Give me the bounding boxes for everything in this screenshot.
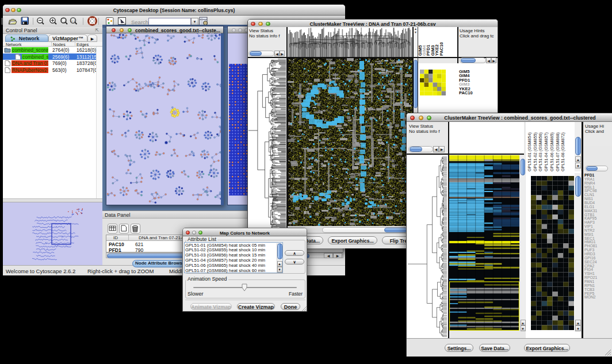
- svg-text:GPL51-07 (GSM868): GPL51-07 (GSM868): [555, 132, 560, 171]
- svg-text:GPL51-06 (GSM865): GPL51-06 (GSM865): [549, 132, 554, 171]
- svg-text:1:1: 1:1: [71, 19, 75, 22]
- svg-text:PAC10: PAC10: [439, 42, 444, 56]
- svg-text:GPL51-04 (GSM857): GPL51-04 (GSM857): [544, 132, 549, 171]
- svg-text:GPL51-03 (GSM856): GPL51-03 (GSM856): [538, 132, 543, 171]
- svg-text:GPL51-08 (GSM872): GPL51-08 (GSM872): [560, 132, 565, 171]
- svg-text:GPL51-02 (GSM855): GPL51-02 (GSM855): [533, 132, 538, 171]
- svg-text:GPL51-01 (GSM854): GPL51-01 (GSM854): [527, 132, 532, 171]
